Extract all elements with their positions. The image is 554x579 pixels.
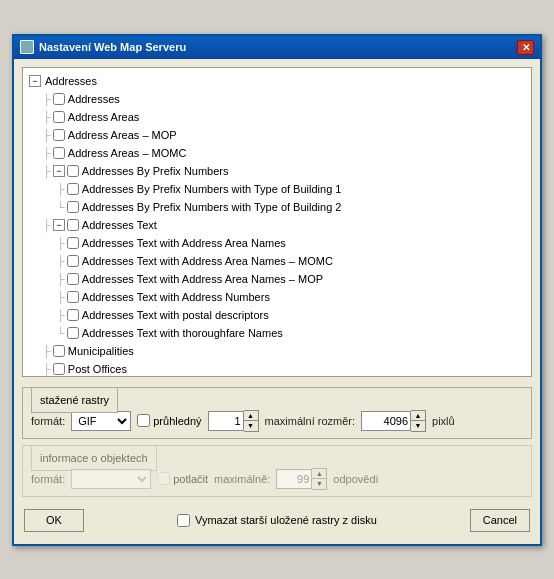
- checkbox-prefix-type1[interactable]: [67, 183, 79, 195]
- opacity-up-button[interactable]: ▲: [244, 411, 258, 421]
- informace-row: formát: potlačit maximálně: ▲ ▼ odpovědí: [31, 468, 523, 490]
- list-item: └ Addresses By Prefix Numbers with Type …: [25, 198, 529, 216]
- potlacit-label: potlačit: [173, 473, 208, 485]
- main-window: Nastavení Web Map Serveru ✕ − Addresses …: [12, 34, 542, 546]
- max-rozmer-spinner-buttons: ▲ ▼: [411, 410, 426, 432]
- tree-area[interactable]: − Addresses ├ Addresses ├ Address Areas …: [22, 67, 532, 377]
- tree-line-icon: ├: [43, 127, 51, 143]
- tree-label: Address Areas – MOMC: [68, 145, 187, 161]
- opacity-down-button[interactable]: ▼: [244, 421, 258, 431]
- max-rozmer-up-button[interactable]: ▲: [411, 411, 425, 421]
- list-item: ├ Addresses: [25, 90, 529, 108]
- tree-line-icon: ├: [57, 181, 65, 197]
- max-up-button: ▲: [312, 469, 326, 479]
- title-bar: Nastavení Web Map Serveru ✕: [14, 36, 540, 59]
- tree-expand-prefix-icon[interactable]: −: [53, 165, 65, 177]
- max-spinner: ▲ ▼: [276, 468, 327, 490]
- format-label: formát:: [31, 415, 65, 427]
- tree-root-label: Addresses: [45, 73, 97, 89]
- max-rozmer-label: maximální rozměr:: [265, 415, 355, 427]
- tree-line-icon: ├: [43, 91, 51, 107]
- tree-line-icon: ├: [57, 289, 65, 305]
- list-item: ├ Addresses Text with Address Area Names…: [25, 270, 529, 288]
- list-item: ├ Address Areas – MOMC: [25, 144, 529, 162]
- tree-label: Addresses Text with Address Area Names –…: [82, 253, 333, 269]
- vymazat-label: Vymazat starší uložené rastry z disku: [195, 514, 377, 526]
- tree-label: Municipalities: [68, 343, 134, 359]
- pruhlednik-checkbox[interactable]: [137, 414, 150, 427]
- tree-expand-icon[interactable]: −: [29, 75, 41, 87]
- list-item: └ Addresses Text with thoroughfare Names: [25, 324, 529, 342]
- checkbox-text-area-names[interactable]: [67, 237, 79, 249]
- list-item: ├ Address Areas: [25, 108, 529, 126]
- window-title: Nastavení Web Map Serveru: [39, 41, 186, 53]
- list-item: ├ Municipalities: [25, 342, 529, 360]
- list-item: ├ − Addresses By Prefix Numbers: [25, 162, 529, 180]
- content-area: − Addresses ├ Addresses ├ Address Areas …: [14, 59, 540, 544]
- tree-line-icon: ├: [43, 109, 51, 125]
- title-bar-left: Nastavení Web Map Serveru: [20, 40, 186, 54]
- checkbox-municipalities[interactable]: [53, 345, 65, 357]
- cancel-button[interactable]: Cancel: [470, 509, 530, 532]
- tree-line-icon: ├: [57, 307, 65, 323]
- max-label: maximálně:: [214, 473, 270, 485]
- close-button[interactable]: ✕: [517, 40, 534, 55]
- checkbox-prefix-type2[interactable]: [67, 201, 79, 213]
- list-item: ├ Addresses By Prefix Numbers with Type …: [25, 180, 529, 198]
- potlacit-checkbox: [157, 472, 170, 485]
- checkbox-addresses-text[interactable]: [67, 219, 79, 231]
- tree-line-icon: ├: [43, 217, 51, 233]
- tree-root-addresses: − Addresses: [25, 72, 529, 90]
- tree-label: Addresses Text with Address Numbers: [82, 289, 270, 305]
- opacity-input[interactable]: [208, 411, 244, 431]
- vymazat-checkbox[interactable]: [177, 514, 190, 527]
- checkbox-text-momc[interactable]: [67, 255, 79, 267]
- max-input: [276, 469, 312, 489]
- max-rozmer-input[interactable]: [361, 411, 411, 431]
- checkbox-address-areas-mop[interactable]: [53, 129, 65, 141]
- max-down-button: ▼: [312, 479, 326, 489]
- list-item: ├ Post Offices: [25, 360, 529, 377]
- tree-line-icon: ├: [43, 163, 51, 179]
- window-icon: [20, 40, 34, 54]
- tree-label: Addresses Text with Address Area Names: [82, 235, 286, 251]
- list-item: ├ Address Areas – MOP: [25, 126, 529, 144]
- checkbox-text-thoroughfare[interactable]: [67, 327, 79, 339]
- checkbox-text-postal[interactable]: [67, 309, 79, 321]
- tree-line-icon: ├: [57, 271, 65, 287]
- tree-line-icon: ├: [43, 343, 51, 359]
- odpovedi-label: odpovědí: [333, 473, 378, 485]
- format-select[interactable]: GIF PNG JPEG: [71, 411, 131, 431]
- tree-label: Addresses Text with Address Area Names –…: [82, 271, 323, 287]
- tree-line-icon: └: [57, 325, 65, 341]
- checkbox-address-areas-momc[interactable]: [53, 147, 65, 159]
- checkbox-address-areas[interactable]: [53, 111, 65, 123]
- pruhlednik-checkbox-label: průhledný: [137, 414, 201, 427]
- checkbox-addresses[interactable]: [53, 93, 65, 105]
- list-item: ├ − Addresses Text: [25, 216, 529, 234]
- tree-label: Addresses By Prefix Numbers with Type of…: [82, 181, 342, 197]
- tree-label: Addresses Text: [82, 217, 157, 233]
- informace-format-label: formát:: [31, 473, 65, 485]
- max-rozmer-spinner: ▲ ▼: [361, 410, 426, 432]
- bottom-middle: Vymazat starší uložené rastry z disku: [177, 514, 377, 527]
- pixlu-label: pixlů: [432, 415, 455, 427]
- checkbox-text-mop[interactable]: [67, 273, 79, 285]
- ok-button[interactable]: OK: [24, 509, 84, 532]
- max-spinner-buttons: ▲ ▼: [312, 468, 327, 490]
- tree-expand-text-icon[interactable]: −: [53, 219, 65, 231]
- checkbox-post-offices[interactable]: [53, 363, 65, 375]
- tree-label: Addresses Text with thoroughfare Names: [82, 325, 283, 341]
- tree-line-icon: ├: [43, 145, 51, 161]
- max-rozmer-down-button[interactable]: ▼: [411, 421, 425, 431]
- tree-label: Addresses: [68, 91, 120, 107]
- potlacit-checkbox-label: potlačit: [157, 472, 208, 485]
- bottom-bar: OK Vymazat starší uložené rastry z disku…: [22, 505, 532, 536]
- tree-label: Addresses By Prefix Numbers with Type of…: [82, 199, 342, 215]
- list-item: ├ Addresses Text with Address Area Names: [25, 234, 529, 252]
- tree-label: Addresses By Prefix Numbers: [82, 163, 229, 179]
- checkbox-text-numbers[interactable]: [67, 291, 79, 303]
- checkbox-addresses-by-prefix[interactable]: [67, 165, 79, 177]
- informace-format-select: [71, 469, 151, 489]
- stazene-rastry-legend: stažené rastry: [31, 387, 118, 413]
